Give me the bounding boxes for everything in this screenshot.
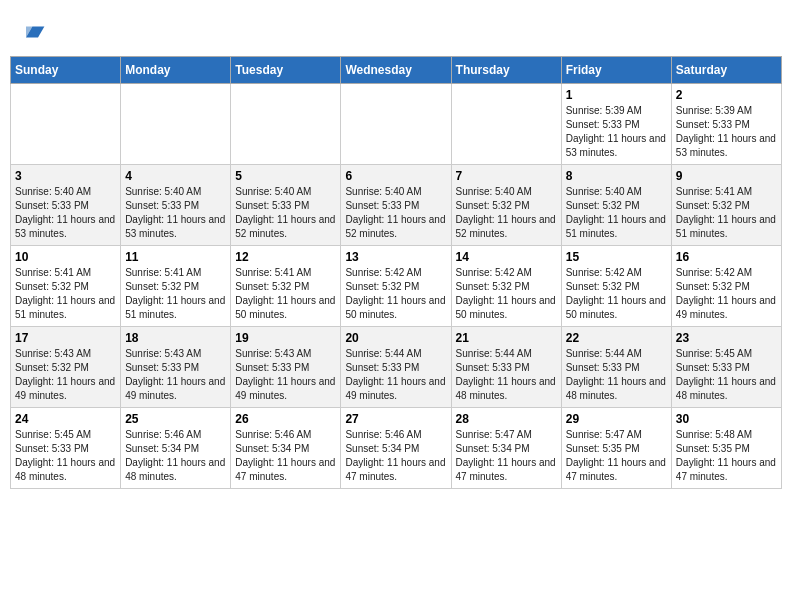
day-number: 16 — [676, 250, 777, 264]
calendar-cell: 27Sunrise: 5:46 AMSunset: 5:34 PMDayligh… — [341, 408, 451, 489]
calendar-week-row: 3Sunrise: 5:40 AMSunset: 5:33 PMDaylight… — [11, 165, 782, 246]
calendar-cell: 9Sunrise: 5:41 AMSunset: 5:32 PMDaylight… — [671, 165, 781, 246]
calendar-cell: 2Sunrise: 5:39 AMSunset: 5:33 PMDaylight… — [671, 84, 781, 165]
day-number: 12 — [235, 250, 336, 264]
day-number: 19 — [235, 331, 336, 345]
day-info: Sunrise: 5:39 AMSunset: 5:33 PMDaylight:… — [676, 104, 777, 160]
logo-icon — [22, 20, 46, 44]
calendar-cell: 22Sunrise: 5:44 AMSunset: 5:33 PMDayligh… — [561, 327, 671, 408]
day-info: Sunrise: 5:41 AMSunset: 5:32 PMDaylight:… — [235, 266, 336, 322]
day-info: Sunrise: 5:40 AMSunset: 5:32 PMDaylight:… — [456, 185, 557, 241]
day-info: Sunrise: 5:43 AMSunset: 5:32 PMDaylight:… — [15, 347, 116, 403]
day-info: Sunrise: 5:40 AMSunset: 5:33 PMDaylight:… — [235, 185, 336, 241]
calendar-cell: 3Sunrise: 5:40 AMSunset: 5:33 PMDaylight… — [11, 165, 121, 246]
day-info: Sunrise: 5:47 AMSunset: 5:34 PMDaylight:… — [456, 428, 557, 484]
calendar-cell: 7Sunrise: 5:40 AMSunset: 5:32 PMDaylight… — [451, 165, 561, 246]
day-info: Sunrise: 5:40 AMSunset: 5:33 PMDaylight:… — [125, 185, 226, 241]
calendar-header-thursday: Thursday — [451, 57, 561, 84]
calendar-cell: 6Sunrise: 5:40 AMSunset: 5:33 PMDaylight… — [341, 165, 451, 246]
day-info: Sunrise: 5:41 AMSunset: 5:32 PMDaylight:… — [125, 266, 226, 322]
day-info: Sunrise: 5:44 AMSunset: 5:33 PMDaylight:… — [456, 347, 557, 403]
calendar-cell: 28Sunrise: 5:47 AMSunset: 5:34 PMDayligh… — [451, 408, 561, 489]
day-info: Sunrise: 5:47 AMSunset: 5:35 PMDaylight:… — [566, 428, 667, 484]
day-info: Sunrise: 5:44 AMSunset: 5:33 PMDaylight:… — [566, 347, 667, 403]
calendar-cell: 13Sunrise: 5:42 AMSunset: 5:32 PMDayligh… — [341, 246, 451, 327]
calendar-week-row: 1Sunrise: 5:39 AMSunset: 5:33 PMDaylight… — [11, 84, 782, 165]
calendar-cell: 29Sunrise: 5:47 AMSunset: 5:35 PMDayligh… — [561, 408, 671, 489]
day-number: 18 — [125, 331, 226, 345]
day-number: 24 — [15, 412, 116, 426]
day-info: Sunrise: 5:41 AMSunset: 5:32 PMDaylight:… — [676, 185, 777, 241]
calendar-cell — [231, 84, 341, 165]
calendar-cell: 30Sunrise: 5:48 AMSunset: 5:35 PMDayligh… — [671, 408, 781, 489]
calendar-cell: 25Sunrise: 5:46 AMSunset: 5:34 PMDayligh… — [121, 408, 231, 489]
calendar-cell: 5Sunrise: 5:40 AMSunset: 5:33 PMDaylight… — [231, 165, 341, 246]
calendar-cell: 21Sunrise: 5:44 AMSunset: 5:33 PMDayligh… — [451, 327, 561, 408]
day-info: Sunrise: 5:43 AMSunset: 5:33 PMDaylight:… — [235, 347, 336, 403]
calendar-week-row: 17Sunrise: 5:43 AMSunset: 5:32 PMDayligh… — [11, 327, 782, 408]
calendar-cell: 10Sunrise: 5:41 AMSunset: 5:32 PMDayligh… — [11, 246, 121, 327]
calendar-week-row: 24Sunrise: 5:45 AMSunset: 5:33 PMDayligh… — [11, 408, 782, 489]
calendar-header-sunday: Sunday — [11, 57, 121, 84]
calendar-cell: 20Sunrise: 5:44 AMSunset: 5:33 PMDayligh… — [341, 327, 451, 408]
day-number: 4 — [125, 169, 226, 183]
calendar-cell: 8Sunrise: 5:40 AMSunset: 5:32 PMDaylight… — [561, 165, 671, 246]
day-number: 15 — [566, 250, 667, 264]
day-info: Sunrise: 5:42 AMSunset: 5:32 PMDaylight:… — [345, 266, 446, 322]
calendar-header-wednesday: Wednesday — [341, 57, 451, 84]
calendar-cell: 14Sunrise: 5:42 AMSunset: 5:32 PMDayligh… — [451, 246, 561, 327]
day-number: 25 — [125, 412, 226, 426]
day-number: 30 — [676, 412, 777, 426]
calendar-cell: 26Sunrise: 5:46 AMSunset: 5:34 PMDayligh… — [231, 408, 341, 489]
calendar-cell: 12Sunrise: 5:41 AMSunset: 5:32 PMDayligh… — [231, 246, 341, 327]
day-number: 5 — [235, 169, 336, 183]
calendar-cell: 19Sunrise: 5:43 AMSunset: 5:33 PMDayligh… — [231, 327, 341, 408]
day-number: 7 — [456, 169, 557, 183]
day-number: 13 — [345, 250, 446, 264]
day-number: 8 — [566, 169, 667, 183]
day-number: 10 — [15, 250, 116, 264]
calendar-cell: 16Sunrise: 5:42 AMSunset: 5:32 PMDayligh… — [671, 246, 781, 327]
page-header — [10, 10, 782, 56]
day-info: Sunrise: 5:41 AMSunset: 5:32 PMDaylight:… — [15, 266, 116, 322]
day-number: 26 — [235, 412, 336, 426]
calendar-cell: 23Sunrise: 5:45 AMSunset: 5:33 PMDayligh… — [671, 327, 781, 408]
calendar-cell: 11Sunrise: 5:41 AMSunset: 5:32 PMDayligh… — [121, 246, 231, 327]
day-info: Sunrise: 5:40 AMSunset: 5:33 PMDaylight:… — [345, 185, 446, 241]
day-info: Sunrise: 5:46 AMSunset: 5:34 PMDaylight:… — [235, 428, 336, 484]
calendar-header-monday: Monday — [121, 57, 231, 84]
calendar-cell — [451, 84, 561, 165]
day-number: 28 — [456, 412, 557, 426]
calendar-table: SundayMondayTuesdayWednesdayThursdayFrid… — [10, 56, 782, 489]
calendar-cell: 1Sunrise: 5:39 AMSunset: 5:33 PMDaylight… — [561, 84, 671, 165]
calendar-header-saturday: Saturday — [671, 57, 781, 84]
calendar-cell: 17Sunrise: 5:43 AMSunset: 5:32 PMDayligh… — [11, 327, 121, 408]
day-number: 1 — [566, 88, 667, 102]
day-info: Sunrise: 5:48 AMSunset: 5:35 PMDaylight:… — [676, 428, 777, 484]
day-info: Sunrise: 5:44 AMSunset: 5:33 PMDaylight:… — [345, 347, 446, 403]
logo — [20, 20, 46, 48]
day-number: 9 — [676, 169, 777, 183]
day-info: Sunrise: 5:40 AMSunset: 5:32 PMDaylight:… — [566, 185, 667, 241]
calendar-header-tuesday: Tuesday — [231, 57, 341, 84]
calendar-cell: 18Sunrise: 5:43 AMSunset: 5:33 PMDayligh… — [121, 327, 231, 408]
day-info: Sunrise: 5:42 AMSunset: 5:32 PMDaylight:… — [566, 266, 667, 322]
day-number: 3 — [15, 169, 116, 183]
day-number: 29 — [566, 412, 667, 426]
day-info: Sunrise: 5:45 AMSunset: 5:33 PMDaylight:… — [676, 347, 777, 403]
calendar-cell: 4Sunrise: 5:40 AMSunset: 5:33 PMDaylight… — [121, 165, 231, 246]
day-number: 2 — [676, 88, 777, 102]
day-number: 6 — [345, 169, 446, 183]
day-number: 22 — [566, 331, 667, 345]
calendar-header-row: SundayMondayTuesdayWednesdayThursdayFrid… — [11, 57, 782, 84]
day-info: Sunrise: 5:42 AMSunset: 5:32 PMDaylight:… — [676, 266, 777, 322]
calendar-week-row: 10Sunrise: 5:41 AMSunset: 5:32 PMDayligh… — [11, 246, 782, 327]
calendar-cell — [11, 84, 121, 165]
day-number: 21 — [456, 331, 557, 345]
day-number: 23 — [676, 331, 777, 345]
day-info: Sunrise: 5:39 AMSunset: 5:33 PMDaylight:… — [566, 104, 667, 160]
day-number: 11 — [125, 250, 226, 264]
calendar-cell: 24Sunrise: 5:45 AMSunset: 5:33 PMDayligh… — [11, 408, 121, 489]
calendar-cell — [121, 84, 231, 165]
day-number: 27 — [345, 412, 446, 426]
